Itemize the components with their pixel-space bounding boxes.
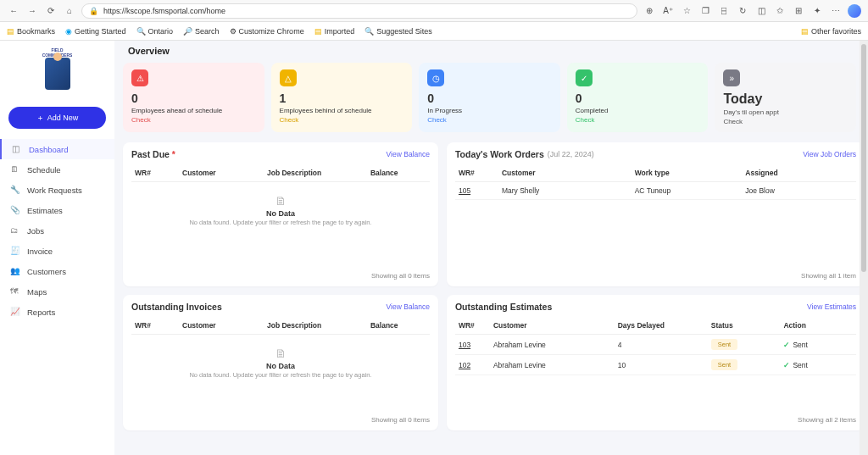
view-job-orders-link[interactable]: View Job Orders — [803, 150, 856, 158]
table-row[interactable]: 103 Abraham Levine 4 Sent ✓Sent — [455, 335, 856, 355]
table-row[interactable]: 102 Abraham Levine 10 Sent ✓Sent — [455, 355, 856, 375]
profile-avatar[interactable] — [848, 4, 861, 18]
other-favorites[interactable]: ▤Other favorites — [801, 27, 861, 36]
app-root: FIELD COMMANDERS ＋ Add New ◫Dashboard 🗓S… — [0, 41, 868, 455]
check-link[interactable]: Check — [576, 116, 700, 124]
check-link[interactable]: Check — [723, 118, 848, 125]
overview-card-behind[interactable]: △ 1 Employees behind of schedule Check — [271, 63, 413, 132]
warning-icon: △ — [280, 69, 297, 86]
check-icon: ✓ — [783, 361, 790, 369]
no-data: 🗎 No Data No data found. Update your fil… — [131, 182, 430, 231]
calendar-icon: 🗓 — [10, 164, 20, 175]
table-header: WR# Customer Job Description Balance — [131, 164, 430, 182]
add-new-button[interactable]: ＋ Add New — [8, 107, 106, 129]
plus-icon: ＋ — [36, 113, 44, 124]
panel-footer: Showing all 2 items — [455, 411, 856, 424]
favorites-icon[interactable]: ✩ — [773, 4, 787, 18]
home-icon[interactable]: ⌂ — [63, 4, 76, 18]
status-badge: Sent — [711, 339, 737, 350]
panel-title: Outstanding Estimates — [455, 302, 552, 312]
table-header: WR# Customer Job Description Balance — [131, 317, 430, 335]
refresh-ext-icon[interactable]: ↻ — [736, 4, 749, 18]
panel-footer: Showing all 0 items — [131, 411, 430, 424]
bookmark-item[interactable]: 🔎Search — [183, 27, 220, 36]
wr-link[interactable]: 103 — [459, 341, 470, 349]
scrollbar-thumb[interactable] — [861, 44, 866, 272]
sidebar-item-work-requests[interactable]: 🔧Work Requests — [0, 180, 114, 200]
checkmark-icon: ✓ — [576, 69, 593, 86]
alert-icon: ⚠ — [131, 69, 148, 86]
table-header: WR# Customer Work type Assigned — [455, 164, 856, 182]
view-balance-link[interactable]: View Balance — [387, 150, 430, 158]
lock-icon: 🔒 — [89, 7, 98, 15]
bookmark-item[interactable]: ▤Imported — [314, 27, 355, 36]
panel-todays-work-orders: Today's Work Orders (Jul 22, 2024) View … — [447, 142, 865, 286]
sidebar-item-jobs[interactable]: 🗂Jobs — [0, 220, 114, 241]
sidebar-item-schedule[interactable]: 🗓Schedule — [0, 159, 114, 180]
map-icon: 🗺 — [10, 286, 20, 297]
check-icon: ✓ — [783, 341, 790, 349]
overview-card-today[interactable]: » Today Day's til open appt Check — [715, 63, 856, 132]
more-icon[interactable]: ⋯ — [829, 4, 843, 18]
sidebar: FIELD COMMANDERS ＋ Add New ◫Dashboard 🗓S… — [0, 41, 114, 455]
extensions-icon[interactable]: ❐ — [698, 4, 712, 18]
check-link[interactable]: Check — [131, 116, 256, 124]
back-icon[interactable]: ← — [7, 4, 20, 18]
shopping-icon[interactable]: ⌸ — [717, 4, 731, 18]
check-link[interactable]: Check — [427, 116, 552, 124]
forward-icon[interactable]: → — [25, 4, 39, 18]
sidebar-item-customers[interactable]: 👥Customers — [0, 261, 114, 281]
url-bar[interactable]: 🔒 https://kscope.fsmsportal.com/home — [81, 3, 637, 19]
dashboard-icon: ◫ — [12, 144, 22, 154]
bookmark-item[interactable]: ⚙Customize Chrome — [230, 27, 304, 36]
panel-title: Past Due * — [131, 149, 175, 159]
overview-card-inprogress[interactable]: ◷ 0 In Progress Check — [419, 63, 560, 132]
view-balance-link[interactable]: View Balance — [387, 302, 430, 311]
panel-title: Today's Work Orders — [455, 149, 544, 159]
wrench-icon: 🔧 — [10, 185, 20, 195]
zoom-icon[interactable]: ⊕ — [643, 4, 656, 18]
logo-figure-icon — [45, 58, 70, 90]
panel-footer: Showing all 0 items — [131, 267, 430, 280]
overview-title: Overview — [128, 46, 856, 56]
collections-icon[interactable]: ⊞ — [792, 4, 805, 18]
bookmark-item[interactable]: ◉Getting Started — [65, 27, 126, 36]
panel-footer: Showing all 1 item — [455, 267, 856, 280]
bookmark-item[interactable]: 🔍Suggested Sites — [364, 27, 432, 36]
sidebar-item-invoice[interactable]: 🧾Invoice — [0, 241, 114, 261]
ext2-icon[interactable]: ✦ — [810, 4, 824, 18]
main-content: Overview ⚠ 0 Employees ahead of schedule… — [114, 41, 868, 455]
logo[interactable]: FIELD COMMANDERS — [0, 46, 114, 98]
clock-icon: ◷ — [427, 69, 444, 86]
nav-list: ◫Dashboard 🗓Schedule 🔧Work Requests 📎Est… — [0, 139, 114, 322]
sidebar-item-maps[interactable]: 🗺Maps — [0, 281, 114, 302]
page-scrollbar[interactable] — [860, 41, 868, 455]
wr-link[interactable]: 105 — [459, 186, 470, 195]
read-aloud-icon[interactable]: A⁺ — [661, 4, 675, 18]
table-header: WR# Customer Days Delayed Status Action — [455, 317, 856, 335]
wr-link[interactable]: 102 — [459, 361, 470, 369]
panel-title: Outstanding Invoices — [131, 302, 222, 312]
view-estimates-link[interactable]: View Estimates — [807, 302, 856, 311]
split-icon[interactable]: ◫ — [754, 4, 768, 18]
panel-outstanding-estimates: Outstanding Estimates View Estimates WR#… — [447, 295, 865, 430]
sidebar-item-reports[interactable]: 📈Reports — [0, 302, 114, 322]
star-icon[interactable]: ☆ — [680, 4, 693, 18]
check-link[interactable]: Check — [280, 116, 404, 124]
briefcase-icon: 🗂 — [10, 225, 20, 236]
status-badge: Sent — [711, 359, 737, 370]
browser-toolbar: ← → ⟳ ⌂ 🔒 https://kscope.fsmsportal.com/… — [0, 0, 868, 22]
sidebar-item-dashboard[interactable]: ◫Dashboard — [0, 139, 114, 159]
refresh-icon[interactable]: ⟳ — [44, 4, 58, 18]
sidebar-item-estimates[interactable]: 📎Estimates — [0, 200, 114, 220]
action-sent: ✓Sent — [783, 341, 856, 349]
overview-card-ahead[interactable]: ⚠ 0 Employees ahead of schedule Check — [123, 63, 264, 132]
users-icon: 👥 — [10, 266, 20, 276]
bookmarks-bar: ▤Bookmarks ◉Getting Started 🔍Ontario 🔎Se… — [0, 22, 868, 41]
overview-card-completed[interactable]: ✓ 0 Completed Check — [567, 63, 709, 132]
bookmark-item[interactable]: 🔍Ontario — [136, 27, 174, 36]
panel-subtitle: (Jul 22, 2024) — [548, 150, 594, 158]
action-sent: ✓Sent — [783, 361, 856, 369]
table-row[interactable]: 105 Mary Shelly AC Tuneup Joe Blow — [455, 182, 856, 200]
bookmark-item[interactable]: ▤Bookmarks — [7, 27, 55, 36]
